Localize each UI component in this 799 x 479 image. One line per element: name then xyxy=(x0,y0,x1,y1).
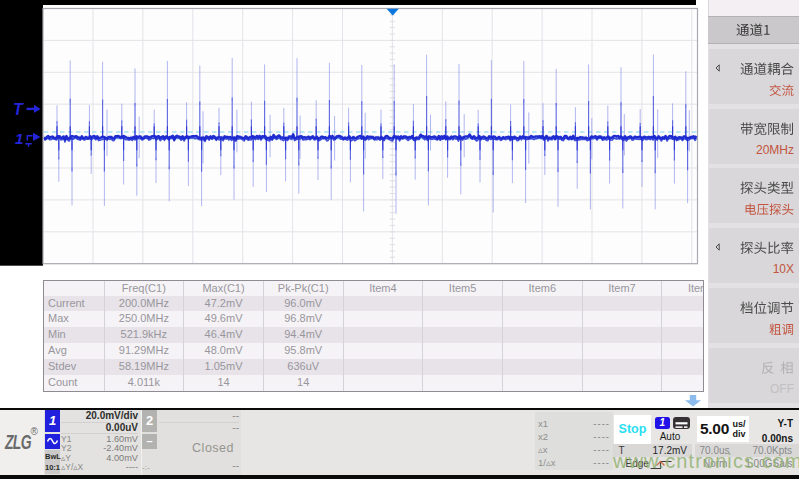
cell: 96.8mV xyxy=(263,311,343,327)
menu-item[interactable] xyxy=(709,49,799,104)
display-icon xyxy=(673,417,690,429)
table-body: Freq(C1)Max(C1)Pk-Pk(C1)Item4Item5Item6I… xyxy=(44,281,704,391)
cell: Max(C1) xyxy=(183,281,263,296)
cell xyxy=(502,327,582,343)
cell xyxy=(582,359,662,375)
menu-item-value xyxy=(769,84,794,97)
channel2-panel[interactable]: 2 – -- -- Closed -:- -- xyxy=(142,410,241,475)
cell xyxy=(422,375,502,391)
channel1-badge: 1 xyxy=(45,410,60,432)
cell xyxy=(502,311,582,327)
channel2-coupling-icon: – xyxy=(142,434,157,449)
table-row: Count4.011k1414 xyxy=(44,375,704,391)
cell xyxy=(502,359,582,375)
ch2-offset: -- xyxy=(159,422,239,433)
timebase-unit: us/ div xyxy=(733,419,746,439)
trigger-marker[interactable]: T xyxy=(13,101,24,118)
table-row: Avg91.29MHz48.0mV95.8mV xyxy=(44,343,704,359)
timebase-value: 5.00 xyxy=(700,420,729,438)
registered-mark: ® xyxy=(31,426,38,437)
channel-menu: 20MHz10XOFF xyxy=(708,0,799,409)
readout-row: 1/▵x---- xyxy=(538,456,610,469)
readout-label: 1/▵x xyxy=(538,456,555,469)
cell xyxy=(502,343,582,359)
menu-item[interactable] xyxy=(709,288,799,343)
ac-coupling-icon xyxy=(45,434,60,449)
cell xyxy=(582,327,662,343)
menu-item-label xyxy=(740,181,794,195)
table-header-row: Freq(C1)Max(C1)Pk-Pk(C1)Item4Item5Item6I… xyxy=(44,281,704,296)
zlg-logo-text: ZLG xyxy=(5,431,31,452)
readout-label: ▵Y/▵X xyxy=(61,463,83,472)
channel1-marker[interactable]: 1 xyxy=(15,130,23,147)
cell: Item7 xyxy=(582,281,662,296)
readout-value: ---- xyxy=(593,443,610,456)
measurement-table: Freq(C1)Max(C1)Pk-Pk(C1)Item4Item5Item6I… xyxy=(43,280,704,392)
cell: 96.0mV xyxy=(263,296,343,312)
timebase-box[interactable]: 5.00 us/ div xyxy=(697,416,749,442)
row-label: Min xyxy=(44,327,104,343)
cell: 46.4mV xyxy=(183,327,263,343)
zlg-logo: ZLG ® xyxy=(4,424,44,458)
probe-ratio-flag: 10:1 xyxy=(44,463,61,472)
channel2-badge: 2 xyxy=(142,410,157,432)
submenu-arrow-icon xyxy=(715,243,720,251)
row-label: Avg xyxy=(44,343,104,359)
row-label: Count xyxy=(44,375,104,391)
cell xyxy=(343,327,423,343)
menu-item-value: 20MHz xyxy=(756,144,794,157)
ch2-dash: -:- xyxy=(142,463,150,472)
cell xyxy=(502,296,582,312)
readout-value: ---- xyxy=(593,430,610,443)
readout-label: x2 xyxy=(538,430,548,443)
bottom-edge xyxy=(0,475,799,479)
ch2-value3: -- xyxy=(159,460,239,471)
cell xyxy=(582,375,662,391)
cell xyxy=(422,311,502,327)
channel1-panel[interactable]: 1 BwL 10:1 20.0mV/div 0.00uV Y11.60mVY2-… xyxy=(44,410,141,475)
scroll-down-icon[interactable] xyxy=(684,394,704,409)
cell xyxy=(661,359,703,375)
cell xyxy=(422,343,502,359)
display-mode: Y-T xyxy=(777,418,793,429)
cell xyxy=(422,327,502,343)
row-label xyxy=(44,281,104,296)
cursor-readouts: x1----x2----▵x----1/▵x---- xyxy=(535,417,613,470)
cell: Item4 xyxy=(343,281,423,296)
cell xyxy=(582,311,662,327)
cell: Freq(C1) xyxy=(104,281,184,296)
cell: 14 xyxy=(263,375,343,391)
run-state-button[interactable]: Stop xyxy=(614,415,651,444)
menu-item-label xyxy=(740,62,794,76)
ch2-status: Closed xyxy=(159,441,234,455)
display-mode-block: Y-T 0.00ns xyxy=(750,412,799,444)
ch1-flags: BwL 10:1 xyxy=(45,450,60,474)
ch1-volts-per-div: 20.0mV/div xyxy=(61,410,138,423)
cell: 14 xyxy=(183,375,263,391)
row-label: Stdev xyxy=(44,359,104,375)
cell: 200.0MHz xyxy=(104,296,184,312)
cell: 250.0MHz xyxy=(104,311,184,327)
readout-label: x1 xyxy=(538,417,548,430)
cell: 58.19MHz xyxy=(104,359,184,375)
cell xyxy=(582,296,662,312)
cell xyxy=(343,311,423,327)
cell: 4.011k xyxy=(104,375,184,391)
cell xyxy=(422,296,502,312)
menu-item[interactable]: 10X xyxy=(709,228,799,283)
cell xyxy=(661,327,703,343)
cell xyxy=(661,343,703,359)
trigger-mode: Auto xyxy=(649,431,691,442)
menu-item[interactable] xyxy=(709,168,799,223)
cell xyxy=(661,296,703,312)
cell xyxy=(661,375,703,391)
menu-item[interactable]: 20MHz xyxy=(709,109,799,164)
ch1-cursor-readouts: Y11.60mVY2-2.40mV▵Y4.00mV▵Y/▵X---- xyxy=(61,435,138,472)
bwl-flag: BwL xyxy=(45,452,60,461)
readout-row: ▵x---- xyxy=(538,443,610,456)
menu-item: OFF xyxy=(709,348,799,403)
cell xyxy=(502,375,582,391)
row-label: Current xyxy=(44,296,104,312)
table-row: Max250.0MHz49.6mV96.8mV xyxy=(44,311,704,327)
menu-item-label xyxy=(740,241,794,255)
